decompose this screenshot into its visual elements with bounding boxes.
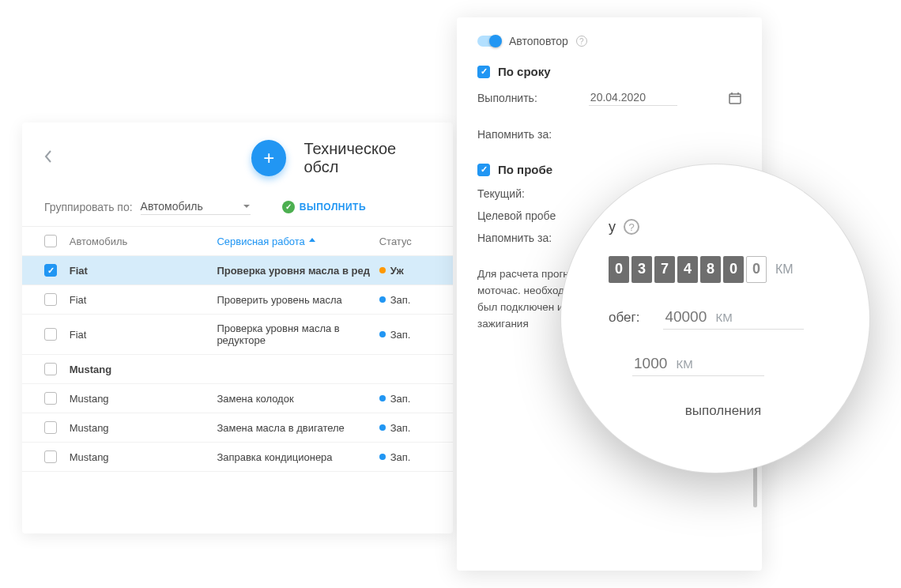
check-icon: ✓ [282, 201, 295, 213]
odometer-digit: 8 [700, 256, 721, 283]
autorepeat-label: Автоповтор [509, 35, 568, 47]
by-date-checkbox[interactable] [477, 66, 490, 78]
mag-bottom-text: выполнения [609, 403, 838, 419]
odometer: 0374800КМ [609, 256, 838, 283]
row-checkbox[interactable] [44, 363, 57, 375]
status-dot-icon [379, 424, 386, 431]
row-checkbox[interactable] [44, 450, 57, 463]
status-dot-icon [379, 267, 386, 273]
cell-service: Проверить уровень масла [217, 294, 379, 306]
cell-service: Проверка уровня масла в редукторе [217, 322, 379, 346]
cell-auto: Mustang [70, 364, 217, 375]
sort-asc-icon [308, 237, 316, 245]
by-mileage-label: По пробе [498, 163, 552, 176]
help-icon[interactable]: ? [624, 219, 639, 235]
odometer-digit: 3 [631, 256, 652, 283]
row-checkbox[interactable] [44, 392, 57, 405]
cell-status: Зап. [379, 422, 431, 434]
cell-status: Зап. [379, 393, 431, 405]
chevron-down-icon [243, 202, 251, 210]
execute-date-value[interactable]: 20.04.2020 [589, 89, 677, 106]
execute-button[interactable]: ✓ ВЫПОЛНИТЬ [282, 201, 366, 213]
page-title: Техническое обсл [303, 140, 431, 176]
table-row[interactable]: MustangЗамена колодокЗап. [22, 384, 453, 413]
by-mileage-checkbox[interactable] [477, 164, 490, 176]
col-status[interactable]: Статус [379, 236, 431, 247]
row-checkbox[interactable] [44, 264, 57, 277]
group-by-label: Группировать по: [44, 201, 133, 213]
calendar-icon[interactable] [729, 92, 741, 104]
table-row[interactable]: FiatПроверить уровень маслаЗап. [22, 285, 453, 315]
col-service[interactable]: Сервисная работа [217, 236, 379, 247]
execute-label: ВЫПОЛНИТЬ [300, 202, 366, 213]
status-dot-icon [379, 454, 386, 460]
row-checkbox[interactable] [44, 328, 57, 341]
maintenance-list-panel: + Техническое обсл Группировать по: Авто… [22, 122, 453, 533]
back-button[interactable] [44, 150, 52, 167]
odometer-digit: 7 [654, 256, 675, 283]
current-label: Текущий: [477, 187, 525, 200]
table-row[interactable]: Mustang [22, 355, 453, 384]
row-checkbox[interactable] [44, 293, 57, 306]
cell-service: Замена масла в двигателе [217, 422, 379, 434]
remind-input[interactable]: 1000 КМ [632, 353, 764, 376]
cell-service: Проверка уровня масла в ред [217, 265, 379, 277]
group-by-value: Автомобиль [141, 200, 203, 213]
maintenance-table: Автомобиль Сервисная работа Статус FiatП… [22, 227, 453, 472]
help-icon[interactable]: ? [576, 36, 587, 47]
table-row[interactable]: FiatПроверка уровня масла в редУж [22, 256, 453, 285]
odometer-digit: 0 [609, 256, 629, 283]
mileage-label: обег: [609, 310, 639, 326]
remind-label: Напомнить за: [477, 128, 552, 141]
magnifier-lens: у ? 0374800КМ обег: 40000 КМ 1000 КМ вып… [561, 164, 869, 473]
cell-auto: Fiat [70, 265, 217, 277]
execute-date-label: Выполнить: [477, 92, 537, 104]
add-button[interactable]: + [251, 140, 286, 176]
remind2-label: Напомнить за: [477, 232, 552, 244]
cell-service: Заправка кондиционера [217, 451, 379, 463]
cell-status: Зап. [379, 294, 431, 306]
cell-auto: Fiat [70, 294, 217, 306]
autorepeat-toggle[interactable] [477, 36, 501, 47]
odometer-digit: 4 [677, 256, 698, 283]
cell-service: Замена колодок [217, 393, 379, 405]
table-row[interactable]: MustangЗамена масла в двигателеЗап. [22, 413, 453, 443]
status-dot-icon [379, 395, 386, 401]
status-dot-icon [379, 331, 386, 337]
cell-auto: Mustang [70, 422, 217, 434]
odometer-digit: 0 [746, 256, 767, 283]
odometer-digit: 0 [723, 256, 744, 283]
col-auto[interactable]: Автомобиль [70, 236, 217, 247]
cell-status: Зап. [379, 451, 431, 463]
table-row[interactable]: MustangЗаправка кондиционераЗап. [22, 443, 453, 472]
select-all-checkbox[interactable] [44, 235, 57, 247]
svg-rect-0 [729, 94, 741, 104]
group-by-select[interactable]: Автомобиль [141, 198, 251, 215]
row-checkbox[interactable] [44, 421, 57, 434]
odometer-unit: КМ [775, 262, 794, 277]
status-dot-icon [379, 296, 386, 303]
table-row[interactable]: FiatПроверка уровня масла в редуктореЗап… [22, 315, 453, 355]
mileage-input[interactable]: 40000 КМ [663, 307, 803, 330]
cell-status: Зап. [379, 329, 431, 341]
cell-status: Уж [379, 265, 431, 277]
target-label: Целевой пробе [477, 209, 556, 222]
cell-auto: Mustang [70, 451, 217, 463]
cell-auto: Mustang [70, 393, 217, 405]
by-date-label: По сроку [498, 65, 551, 78]
mag-fragment: у [609, 219, 616, 236]
table-header: Автомобиль Сервисная работа Статус [22, 227, 453, 256]
cell-auto: Fiat [70, 329, 217, 341]
